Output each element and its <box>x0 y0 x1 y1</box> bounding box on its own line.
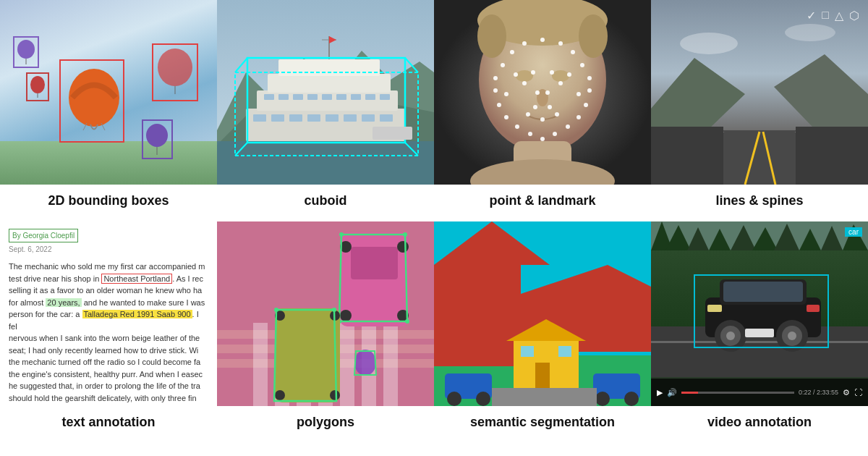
svg-point-64 <box>497 103 501 107</box>
svg-point-117 <box>397 241 409 253</box>
svg-rect-107 <box>253 323 268 406</box>
svg-rect-33 <box>380 94 390 100</box>
label-video-annotation: video annotation <box>702 406 817 443</box>
label-semantic-segmentation: semantic segmentation <box>464 406 621 443</box>
svg-rect-169 <box>723 282 803 302</box>
svg-point-71 <box>576 115 581 119</box>
svg-point-80 <box>522 81 527 85</box>
bbox-large-balloon <box>59 59 124 143</box>
svg-rect-125 <box>275 308 340 402</box>
svg-rect-22 <box>362 114 375 122</box>
settings-button[interactable]: ⚙ <box>843 388 850 397</box>
author-badge: By Georgia Cloepfil <box>9 229 78 242</box>
svg-rect-115 <box>351 247 398 279</box>
svg-point-82 <box>535 90 540 95</box>
svg-point-70 <box>584 103 588 107</box>
bbox-balloon-ml <box>26 72 49 101</box>
svg-rect-32 <box>365 94 375 100</box>
svg-rect-111 <box>340 323 354 406</box>
svg-rect-26 <box>278 94 289 100</box>
svg-point-86 <box>526 112 530 117</box>
svg-rect-29 <box>322 94 332 100</box>
svg-point-67 <box>580 63 584 67</box>
svg-point-83 <box>545 90 550 95</box>
svg-rect-152 <box>492 388 597 406</box>
svg-point-151 <box>624 392 639 406</box>
svg-rect-16 <box>253 114 266 122</box>
svg-point-121 <box>339 232 344 237</box>
svg-point-177 <box>788 332 796 340</box>
cell-bounding-boxes: 2D bounding boxes <box>0 0 217 221</box>
label-text-annotation: text annotation <box>56 406 161 443</box>
svg-point-101 <box>680 33 738 54</box>
svg-point-63 <box>493 88 498 93</box>
video-controls[interactable]: ▶ 🔊 0:22 / 2:33:55 ⚙ ⛶ <box>651 379 868 406</box>
svg-point-54 <box>552 70 569 82</box>
toolbar-icons[interactable]: ✓ □ △ ⬡ <box>807 9 859 22</box>
highlight-northeast-portland: Northeast Portland <box>101 274 172 284</box>
fullscreen-button[interactable]: ⛶ <box>854 388 862 397</box>
video-annotation-image: car ▶ 🔊 0:22 / 2:33:55 ⚙ ⛶ <box>651 221 868 406</box>
svg-point-147 <box>447 392 461 406</box>
svg-point-132 <box>332 308 336 312</box>
svg-point-50 <box>579 14 608 58</box>
svg-point-150 <box>595 392 610 406</box>
svg-point-73 <box>540 137 545 141</box>
article-date: Sept. 6, 2022 <box>9 244 208 255</box>
lines-spines-image: ✓ □ △ ⬡ <box>651 0 868 185</box>
svg-rect-35 <box>278 59 380 76</box>
svg-point-88 <box>555 112 559 117</box>
svg-rect-30 <box>336 94 346 100</box>
main-grid: 2D bounding boxes <box>0 0 868 443</box>
svg-point-69 <box>587 88 592 93</box>
bbox-balloon-br <box>142 119 173 159</box>
svg-point-148 <box>476 392 490 406</box>
svg-point-89 <box>504 92 509 96</box>
play-button[interactable]: ▶ <box>657 388 663 397</box>
svg-point-102 <box>785 24 835 41</box>
label-point-landmark: point & landmark <box>483 185 601 221</box>
svg-rect-17 <box>271 114 284 122</box>
svg-point-131 <box>274 308 278 312</box>
point-landmark-image <box>434 0 651 185</box>
svg-rect-20 <box>326 114 339 122</box>
svg-rect-166 <box>651 341 868 343</box>
cell-semantic-segmentation: semantic segmentation <box>434 221 651 443</box>
svg-point-122 <box>403 232 407 237</box>
svg-rect-141 <box>535 363 550 388</box>
progress-bar[interactable] <box>681 392 794 394</box>
svg-point-133 <box>354 350 376 376</box>
svg-point-78 <box>550 70 554 75</box>
label-lines-spines: lines & spines <box>710 185 809 221</box>
svg-point-57 <box>522 41 527 46</box>
svg-point-62 <box>493 76 498 80</box>
svg-rect-14 <box>217 141 434 185</box>
svg-rect-99 <box>651 127 723 185</box>
progress-fill <box>681 392 698 394</box>
svg-point-79 <box>567 72 571 77</box>
svg-point-84 <box>533 105 537 109</box>
volume-button[interactable]: 🔊 <box>667 388 677 397</box>
bounding-boxes-image <box>0 0 217 185</box>
svg-point-123 <box>405 319 409 324</box>
svg-rect-18 <box>289 114 302 122</box>
svg-point-68 <box>587 76 592 80</box>
check-icon: ✓ <box>807 9 816 22</box>
semantic-segmentation-image <box>434 221 651 406</box>
svg-point-59 <box>558 41 563 46</box>
svg-rect-142 <box>521 346 534 357</box>
time-display: 0:22 / 2:33:55 <box>799 389 838 396</box>
svg-rect-113 <box>383 323 398 406</box>
cell-point-landmark: point & landmark <box>434 0 651 221</box>
cube-icon: ⬡ <box>849 9 859 22</box>
svg-rect-23 <box>380 114 393 122</box>
article-text: The mechanic who sold me my first car ac… <box>9 261 208 406</box>
svg-rect-21 <box>344 114 357 122</box>
svg-rect-25 <box>264 94 274 100</box>
label-bounding-boxes: 2D bounding boxes <box>42 185 174 221</box>
bbox-balloon-tl <box>13 36 39 68</box>
svg-point-174 <box>726 332 735 340</box>
highlight-20-years: 20 years, <box>46 298 81 307</box>
svg-rect-19 <box>307 114 320 122</box>
svg-rect-34 <box>268 74 391 93</box>
